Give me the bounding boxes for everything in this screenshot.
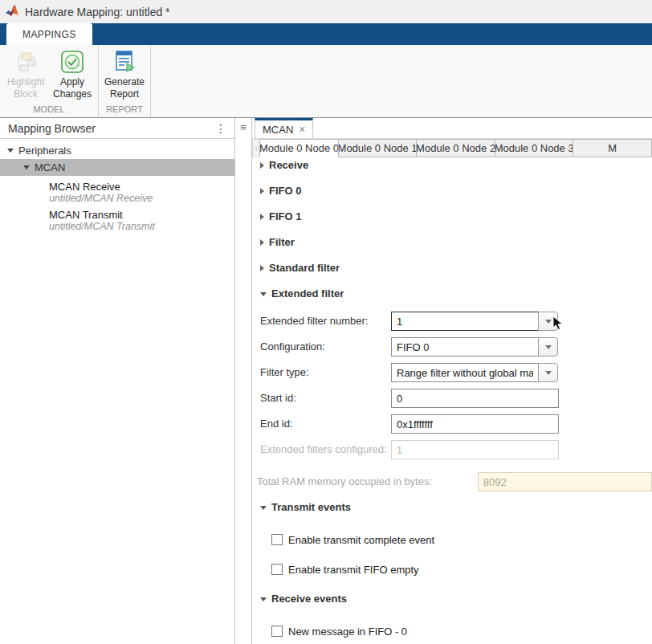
section-label: FIFO 1	[269, 211, 301, 222]
configuration-value[interactable]	[391, 337, 539, 357]
tree-item-path: untitled/MCAN Receive	[49, 193, 234, 204]
field-row-total-ram: Total RAM memory occupied in bytes:	[252, 472, 652, 498]
enable-transmit-complete-event-checkbox-row[interactable]: Enable transmit complete event	[252, 525, 652, 554]
field-label: Start id:	[260, 389, 391, 404]
section-label: Receive	[269, 160, 308, 171]
tab-mappings[interactable]: MAPPINGS	[6, 23, 92, 45]
mapping-browser-header: Mapping Browser ⋮	[0, 118, 234, 139]
mapping-browser-panel: Mapping Browser ⋮ Peripherals MCAN MCAN …	[0, 118, 235, 644]
expanded-triangle-icon	[260, 292, 267, 296]
window-title: Hardware Mapping: untitled *	[25, 6, 170, 18]
field-label: Filter type:	[260, 363, 391, 378]
main-area: Mapping Browser ⋮ Peripherals MCAN MCAN …	[0, 118, 652, 644]
model-group-buttons: HighlightBlock ApplyChanges	[2, 45, 96, 104]
dropdown-arrow-button[interactable]	[538, 363, 558, 382]
checkbox[interactable]	[271, 534, 283, 545]
tree-node-label: MCAN	[35, 161, 65, 173]
section-receive-events[interactable]: Receive events	[252, 591, 652, 617]
tree-item-path: untitled/MCAN Transmit	[49, 221, 234, 232]
subtab-module-0-node-2[interactable]: Module 0 Node 2	[416, 139, 495, 157]
field-row-filter-type: Filter type:	[252, 363, 652, 389]
highlight-block-button[interactable]: HighlightBlock	[2, 49, 49, 100]
dropdown-arrow-button[interactable]	[538, 312, 558, 331]
field-label: Total RAM memory occupied in bytes:	[257, 472, 478, 487]
section-label: Transmit events	[271, 502, 351, 513]
field-row-configuration: Configuration:	[252, 337, 652, 363]
group-label-report: REPORT	[101, 104, 148, 117]
subtab-module-next[interactable]: M	[573, 139, 652, 157]
field-label: Extended filters configured:	[260, 440, 391, 455]
checkbox[interactable]	[271, 626, 283, 637]
chevron-down-icon	[545, 371, 552, 375]
toolbar-group-model: HighlightBlock ApplyChanges MODEL	[0, 45, 99, 117]
section-label: Standard filter	[269, 263, 340, 274]
section-fifo-0[interactable]: FIFO 0	[252, 183, 652, 209]
group-label-model: MODEL	[2, 104, 96, 117]
tree-item-mcan-receive[interactable]: MCAN Receive untitled/MCAN Receive	[0, 181, 234, 204]
toolbar: HighlightBlock ApplyChanges MODEL	[0, 45, 652, 118]
expanded-triangle-icon	[260, 597, 267, 601]
collapsed-triangle-icon	[260, 188, 264, 194]
checkbox[interactable]	[271, 564, 283, 575]
highlight-block-label: HighlightBlock	[7, 76, 45, 100]
filter-type-dropdown[interactable]	[391, 363, 558, 382]
section-receive[interactable]: Receive	[252, 157, 652, 183]
document-tab-bar: MCAN ×	[252, 118, 652, 139]
subtab-module-0-node-1[interactable]: Module 0 Node 1	[338, 139, 418, 157]
highlight-block-icon	[14, 49, 37, 75]
collapsed-triangle-icon	[260, 239, 264, 246]
extended-filter-number-dropdown[interactable]	[391, 312, 558, 331]
matlab-logo-icon	[6, 5, 19, 19]
chevron-down-icon	[545, 345, 552, 349]
expanded-triangle-icon	[260, 506, 267, 510]
title-bar: Hardware Mapping: untitled *	[0, 0, 652, 23]
start-id-input[interactable]	[391, 389, 559, 408]
subtab-module-0-node-3[interactable]: Module 0 Node 3	[495, 139, 574, 157]
filter-type-value[interactable]	[391, 363, 539, 382]
section-transmit-events[interactable]: Transmit events	[252, 499, 652, 525]
report-group-buttons: GenerateReport	[101, 45, 148, 104]
ribbon-tab-strip: MAPPINGS	[0, 23, 652, 45]
checkbox-label: Enable transmit FIFO empty	[288, 564, 419, 576]
dropdown-arrow-button[interactable]	[538, 337, 558, 357]
collapsed-triangle-icon	[260, 265, 264, 271]
expand-collapse-icon[interactable]	[23, 165, 30, 169]
collapsed-triangle-icon	[260, 162, 264, 169]
section-standard-filter[interactable]: Standard filter	[252, 260, 652, 286]
total-ram-input	[478, 472, 652, 491]
enable-transmit-fifo-empty-checkbox-row[interactable]: Enable transmit FIFO empty	[252, 554, 652, 585]
section-label: Receive events	[271, 593, 347, 605]
tree-item-mcan-transmit[interactable]: MCAN Transmit untitled/MCAN Transmit	[0, 210, 234, 232]
apply-changes-button[interactable]: ApplyChanges	[49, 49, 96, 100]
tree-node-peripherals[interactable]: Peripherals	[0, 142, 234, 159]
tree-item-name: MCAN Transmit	[49, 210, 234, 221]
close-icon[interactable]: ×	[299, 124, 305, 134]
extended-filters-configured-input	[391, 440, 559, 459]
kebab-menu-icon[interactable]: ⋮	[215, 122, 226, 135]
tab-mcan[interactable]: MCAN ×	[255, 118, 313, 138]
field-label: Configuration:	[260, 337, 391, 353]
tree-node-label: Peripherals	[18, 145, 71, 157]
mapping-browser-title: Mapping Browser	[8, 122, 215, 135]
configuration-dropdown[interactable]	[391, 337, 558, 357]
end-id-input[interactable]	[391, 414, 559, 434]
field-label: End id:	[260, 414, 391, 430]
expand-collapse-icon[interactable]	[7, 149, 14, 153]
tree-node-mcan[interactable]: MCAN	[0, 159, 234, 176]
checkbox-label: Enable transmit complete event	[288, 534, 434, 546]
field-row-end-id: End id:	[252, 414, 652, 440]
generate-report-button[interactable]: GenerateReport	[101, 49, 148, 100]
peripherals-tree: Peripherals MCAN MCAN Receive untitled/M…	[0, 139, 234, 232]
section-label: FIFO 0	[269, 185, 301, 197]
extended-filter-number-value[interactable]	[391, 312, 539, 331]
hamburger-icon[interactable]: ≡	[240, 124, 247, 132]
tab-mcan-label: MCAN	[263, 124, 293, 136]
section-extended-filter[interactable]: Extended filter	[252, 286, 652, 312]
apply-changes-label: ApplyChanges	[53, 76, 92, 100]
section-fifo-1[interactable]: FIFO 1	[252, 209, 652, 234]
section-filter[interactable]: Filter	[252, 234, 652, 260]
new-message-in-fifo-0-checkbox-row[interactable]: New message in FIFO - 0	[252, 617, 652, 644]
settings-content: Receive FIFO 0 FIFO 1 Filter Standard fi…	[252, 157, 652, 644]
subtab-module-0-node-0[interactable]: Module 0 Node 0	[259, 139, 339, 157]
tree-item-name: MCAN Receive	[49, 181, 234, 193]
